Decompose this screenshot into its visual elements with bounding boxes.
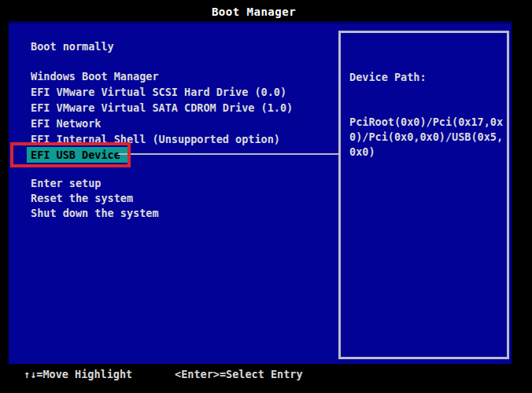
boot-entry[interactable]: EFI VMware Virtual SATA CDROM Drive (1.0… <box>27 100 293 116</box>
boot-entry[interactable]: Windows Boot Manager <box>27 68 293 84</box>
help-bar: ↑↓=Move Highlight <Enter>=Select Entry <box>0 367 532 382</box>
boot-entry-label: Windows Boot Manager <box>27 68 159 84</box>
command-entries: Enter setupReset the systemShut down the… <box>27 176 159 221</box>
device-path-line: 0x0) <box>349 145 503 160</box>
device-path-panel: Device Path: PciRoot(0x0)/Pci(0x17,0x0)/… <box>338 31 509 359</box>
device-path-line: PciRoot(0x0)/Pci(0x17,0x <box>349 115 503 130</box>
move-highlight-hint: ↑↓=Move Highlight <box>24 367 132 382</box>
device-path-lines: PciRoot(0x0)/Pci(0x17,0x0)/Pci(0x0,0x0)/… <box>349 115 503 160</box>
command-entry[interactable]: Shut down the system <box>27 206 159 221</box>
annotation-box <box>10 142 131 167</box>
boot-entry-label: EFI Network <box>27 116 101 131</box>
boot-entry[interactable]: EFI Network <box>27 116 293 131</box>
divider-line <box>118 153 339 155</box>
boot-entry-label: EFI VMware Virtual SCSI Hard Drive (0.0) <box>27 84 286 100</box>
command-entry[interactable]: Enter setup <box>27 176 159 191</box>
device-path-text: Device Path: PciRoot(0x0)/Pci(0x17,0x0)/… <box>349 40 503 189</box>
boot-entry[interactable]: EFI VMware Virtual SCSI Hard Drive (0.0) <box>27 84 293 100</box>
device-path-heading: Device Path: <box>349 70 503 85</box>
boot-entry-boot-normally[interactable]: Boot normally <box>27 39 114 54</box>
boot-entry-label: EFI VMware Virtual SATA CDROM Drive (1.0… <box>27 100 293 116</box>
command-entry[interactable]: Reset the system <box>27 191 159 206</box>
page-title: Boot Manager <box>0 5 508 20</box>
select-entry-hint: <Enter>=Select Entry <box>175 367 303 382</box>
device-path-line: 0)/Pci(0x0,0x0)/USB(0x5, <box>349 130 503 145</box>
boot-menu-panel: Boot normally Windows Boot ManagerEFI VM… <box>9 21 512 364</box>
